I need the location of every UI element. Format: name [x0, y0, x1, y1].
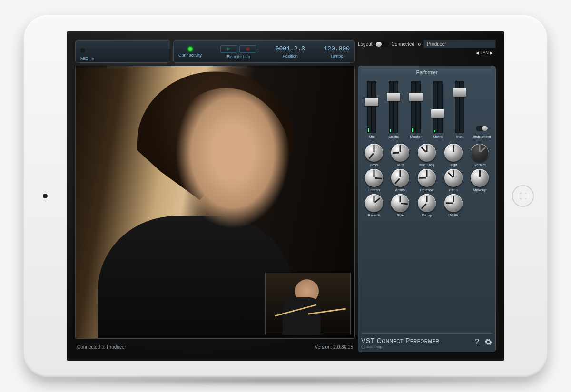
knob[interactable] [444, 194, 463, 212]
settings-button[interactable] [484, 338, 492, 348]
knob-label: Mid [397, 163, 404, 167]
knob-makeup: Makeup [467, 169, 492, 192]
fader-metro: Metro [428, 81, 447, 139]
tempo-readout: 120.000 Tempo [324, 45, 350, 59]
knob-bass: Bass [361, 144, 387, 167]
fader-label: Instr [456, 135, 464, 139]
tempo-value: 120.000 [324, 45, 350, 52]
fader-master: Master [406, 81, 425, 139]
fader-meter [412, 128, 413, 132]
fader-meter [368, 128, 369, 132]
knob-label: Attack [395, 188, 405, 192]
fader-track[interactable] [389, 81, 398, 133]
record-button[interactable] [239, 45, 256, 53]
knob-mid-freq: Mid Freq [414, 144, 440, 167]
app-root: MIDI In Connectivity Remote Info [75, 40, 496, 352]
knob-mid: Mid [388, 144, 413, 167]
transport-panel: Connectivity Remote Info 0001.2.3 Positi… [173, 40, 355, 63]
knob[interactable] [365, 144, 383, 162]
knob-label: Mid Freq [419, 163, 434, 167]
fader-handle[interactable] [431, 109, 444, 118]
knob-label: Makeup [473, 188, 486, 192]
knob[interactable] [365, 194, 383, 212]
remote-info: Remote Info [220, 45, 256, 59]
knob-reverb: Reverb [361, 194, 387, 217]
mixer-title: Performer [361, 69, 492, 76]
knob[interactable] [418, 169, 436, 187]
knob-section: BassMidMid FreqHighReductThreshAttackRel… [361, 144, 492, 217]
fader-track[interactable] [455, 81, 464, 133]
svg-point-1 [246, 47, 250, 51]
fader-studio: Studio [384, 81, 403, 139]
knob[interactable] [471, 144, 489, 162]
knob-release: Release [414, 169, 440, 192]
knob-label: Thresh [368, 188, 380, 192]
status-left: Connected to Producer [77, 344, 126, 350]
screen: MIDI In Connectivity Remote Info [67, 31, 504, 361]
fader-track[interactable] [433, 81, 443, 133]
position-value: 0001.2.3 [276, 45, 305, 52]
remote-info-label: Remote Info [227, 54, 250, 59]
knob-attack: Attack [388, 169, 413, 192]
local-video-pip[interactable] [265, 273, 351, 334]
brand-row: VST Connect Performer ◯ steinberg ? [361, 333, 492, 349]
connected-to-label: Connected To [392, 41, 421, 47]
connectivity-label: Connectivity [178, 53, 202, 58]
knob-label: Width [448, 213, 458, 217]
knob[interactable] [391, 144, 409, 162]
device-camera [43, 194, 48, 198]
knob[interactable] [391, 194, 409, 212]
peer-field[interactable]: Producer [423, 40, 496, 48]
instrument-label: Instrument [473, 135, 491, 139]
play-button[interactable] [220, 45, 237, 53]
knob-thresh: Thresh [361, 169, 387, 192]
fader-handle[interactable] [453, 88, 466, 97]
knob-label: Damp [422, 213, 432, 217]
fader-label: Master [410, 135, 422, 139]
knob-size: Size [388, 194, 413, 217]
mixer-panel: Performer MicStudioMasterMetroInstrInstr… [358, 66, 496, 352]
instrument-toggle[interactable] [476, 126, 488, 131]
knob[interactable] [418, 144, 436, 162]
fader-track[interactable] [411, 81, 421, 133]
home-button[interactable] [512, 185, 534, 207]
logout-toggle[interactable] [375, 41, 389, 47]
brand-name: ◯ steinberg [361, 344, 439, 349]
knob[interactable] [365, 169, 383, 187]
fader-instr: Instr [450, 81, 469, 139]
knob[interactable] [391, 169, 409, 187]
connectivity-indicator: Connectivity [178, 47, 202, 58]
status-right: Version: 2.0.30.15 [315, 344, 353, 350]
knob-label: Reduct [474, 163, 486, 167]
lan-button[interactable]: ◀LAN▶ [473, 50, 496, 56]
status-bar: Connected to Producer Version: 2.0.30.15 [75, 342, 355, 352]
fader-handle[interactable] [387, 93, 400, 101]
position-label: Position [283, 54, 298, 59]
connectivity-led [188, 47, 193, 51]
knob-reduct: Reduct [467, 144, 492, 167]
connection-bar: Logout Connected To Producer ◀LAN▶ [358, 40, 496, 63]
help-button[interactable]: ? [475, 338, 479, 348]
tempo-label: Tempo [330, 54, 343, 59]
knob-high: High [441, 144, 466, 167]
knob[interactable] [471, 169, 489, 187]
knob-label: Release [420, 188, 433, 192]
position-readout: 0001.2.3 Position [276, 45, 305, 59]
fader-track[interactable] [367, 81, 376, 133]
fader-handle[interactable] [409, 93, 423, 101]
logout-label: Logout [358, 41, 373, 47]
fader-meter [390, 129, 391, 132]
knob[interactable] [444, 169, 463, 187]
device-frame: MIDI In Connectivity Remote Info [24, 15, 547, 377]
knob-damp: Damp [414, 194, 440, 217]
midi-label: MIDI In [80, 56, 94, 61]
knob-width: Width [441, 194, 466, 217]
knob[interactable] [418, 194, 436, 212]
fader-section: MicStudioMasterMetroInstrInstrument [361, 79, 492, 141]
knob-label: High [449, 163, 457, 167]
lan-label: LAN [480, 50, 489, 55]
fader-handle[interactable] [365, 98, 378, 106]
knob[interactable] [444, 144, 463, 162]
video-feed[interactable] [75, 66, 355, 339]
knob-label: Reverb [368, 213, 380, 217]
